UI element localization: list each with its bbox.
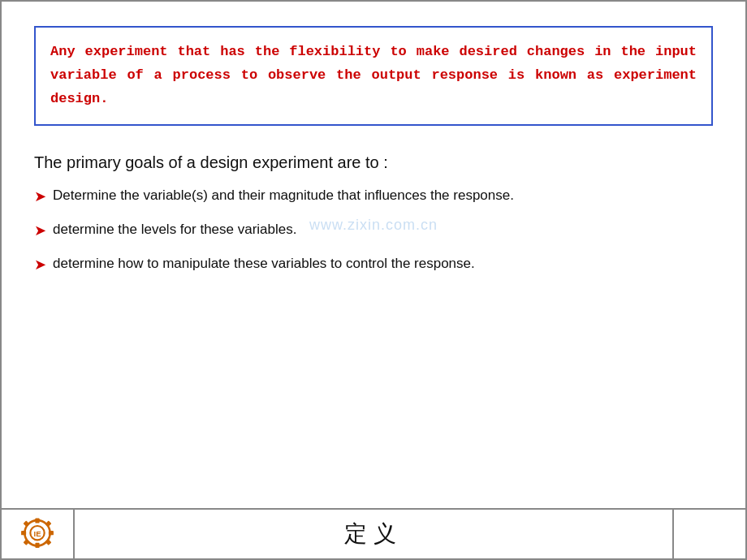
bullet-list: ➤ Determine the variable(s) and their ma… xyxy=(34,185,713,276)
bullet-arrow-icon: ➤ xyxy=(34,254,46,276)
svg-rect-2 xyxy=(35,519,39,523)
bullet-text-1: Determine the variable(s) and their magn… xyxy=(53,185,713,206)
bullet-text-2: determine the levels for these variables… xyxy=(53,219,713,240)
svg-rect-3 xyxy=(35,543,39,548)
list-item: ➤ determine how to manipulate these vari… xyxy=(34,253,713,276)
svg-rect-5 xyxy=(49,531,54,535)
list-item: ➤ Determine the variable(s) and their ma… xyxy=(34,185,713,208)
svg-rect-8 xyxy=(24,539,30,545)
footer-right-space xyxy=(672,509,745,559)
primary-goals-heading: The primary goals of a design experiment… xyxy=(34,153,713,172)
logo-icon: IE xyxy=(16,515,58,554)
list-item: ➤ determine the levels for these variabl… xyxy=(34,219,713,242)
bullet-arrow-icon: ➤ xyxy=(34,220,46,242)
definition-box: Any experiment that has the flexibility … xyxy=(34,26,713,126)
footer-logo: IE xyxy=(2,509,75,559)
bullet-arrow-icon: ➤ xyxy=(34,186,46,208)
svg-rect-7 xyxy=(45,520,51,527)
slide-footer: IE 定义 xyxy=(2,508,745,558)
definition-text: Any experiment that has the flexibility … xyxy=(50,41,697,111)
svg-rect-9 xyxy=(45,539,51,545)
slide: Any experiment that has the flexibility … xyxy=(0,0,747,560)
footer-title: 定义 xyxy=(75,519,672,549)
svg-rect-6 xyxy=(24,520,30,527)
slide-content: Any experiment that has the flexibility … xyxy=(2,2,745,508)
bullet-text-3: determine how to manipulate these variab… xyxy=(53,253,713,274)
svg-rect-4 xyxy=(21,531,26,535)
svg-text:IE: IE xyxy=(34,529,41,538)
